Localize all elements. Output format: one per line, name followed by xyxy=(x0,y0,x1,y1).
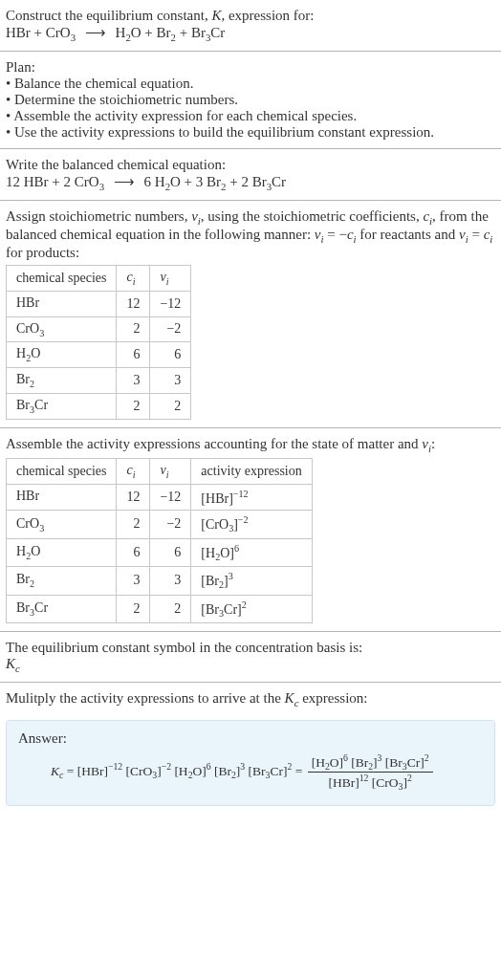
rhs-c: + Br xyxy=(176,25,206,40)
balanced-equation: 12 HBr + 2 CrO3 ⟶ 6 H2O + 3 Br2 + 2 Br3C… xyxy=(6,173,495,192)
sp-sub: 2 xyxy=(30,578,34,589)
sp: H xyxy=(16,346,26,360)
page: Construct the equilibrium constant, K, e… xyxy=(0,0,501,806)
sp-b: O xyxy=(31,346,40,360)
ans-t4: [Br xyxy=(214,764,231,778)
ae: [Br xyxy=(201,601,219,616)
bal-rhs-c: + 2 Br xyxy=(226,174,266,189)
ans-kc: K xyxy=(51,764,59,778)
ans-t5: [Br xyxy=(249,764,266,778)
cell-nui: −2 xyxy=(150,511,191,538)
bal-rhs-a: 6 H xyxy=(144,174,165,189)
multiply-block: Mulitply the activity expressions to arr… xyxy=(0,683,501,716)
assemble-nu: ν xyxy=(422,436,428,451)
table-row: Br3Cr22[Br3Cr]2 xyxy=(7,595,313,622)
table-header-row: chemical species ci νi activity expressi… xyxy=(7,458,313,484)
cell-nui: 2 xyxy=(150,393,191,419)
ci-sub: i xyxy=(133,276,136,287)
cell-ci: 2 xyxy=(117,316,150,342)
sp: HBr xyxy=(16,295,39,310)
cell-ci: 6 xyxy=(117,538,150,566)
table-row: HBr12−12[HBr]−12 xyxy=(7,484,313,511)
sp: CrO xyxy=(16,321,39,336)
plan-block: Plan: • Balance the chemical equation. •… xyxy=(0,52,501,148)
bal-lhs-sub: 3 xyxy=(99,181,104,192)
col-nui: νi xyxy=(150,266,191,292)
plan-bullet: • Determine the stoichiometric numbers. xyxy=(6,92,495,108)
eq-lhs-sub: 3 xyxy=(71,32,76,43)
col-nui: νi xyxy=(150,458,191,484)
cell-nui: 2 xyxy=(150,595,191,622)
plan-bullet: • Assemble the activity expression for e… xyxy=(6,108,495,124)
ae: [Br xyxy=(201,574,219,588)
ae-sup: 6 xyxy=(234,543,239,554)
cell-species: HBr xyxy=(7,484,117,511)
symbol-block: The equilibrium constant symbol in the c… xyxy=(0,632,501,682)
col-ci: ci xyxy=(117,266,150,292)
cell-activity: [CrO3]−2 xyxy=(191,511,312,538)
eq-rhs: H2O + Br2 + Br3Cr xyxy=(116,25,226,40)
den-a: [HBr] xyxy=(328,775,359,790)
rel-eq2: = xyxy=(468,227,484,242)
balance-block: Write the balanced chemical equation: 12… xyxy=(0,149,501,200)
balance-title: Write the balanced chemical equation: xyxy=(6,157,495,173)
ae: [H xyxy=(201,545,215,559)
ans-t1: [HBr] xyxy=(77,764,108,778)
sp-b: Cr xyxy=(34,398,48,412)
cell-activity: [Br3Cr]2 xyxy=(191,595,312,622)
kc-sub: c xyxy=(15,663,20,674)
fraction-numerator: [H2O]6 [Br2]3 [Br3Cr]2 xyxy=(308,752,433,773)
intro-k: K xyxy=(211,8,221,23)
table-row: Br3Cr22 xyxy=(7,393,191,419)
num-c-sup: 2 xyxy=(425,752,429,763)
plan-title: Plan: xyxy=(6,59,495,76)
cell-nui: 6 xyxy=(150,342,191,368)
assign-block: Assign stoichiometric numbers, νi, using… xyxy=(0,201,501,427)
cell-species: H2O xyxy=(7,538,117,566)
num-b: [Br xyxy=(348,755,368,770)
table-header-row: chemical species ci νi xyxy=(7,266,191,292)
assign-d: for reactants and xyxy=(357,227,459,242)
intro-text2: , expression for: xyxy=(221,8,314,23)
den-a-sup: 12 xyxy=(359,773,369,783)
cell-species: HBr xyxy=(7,291,117,316)
assign-nu: ν xyxy=(191,208,198,224)
mul-b: expression: xyxy=(298,690,367,706)
ans-t2: [CrO xyxy=(126,764,153,778)
sp-sub: 3 xyxy=(39,327,44,338)
sp: Br xyxy=(16,398,30,412)
cell-ci: 2 xyxy=(117,393,150,419)
assign-e: for products: xyxy=(6,245,79,260)
cell-activity: [HBr]−12 xyxy=(191,484,312,511)
ae-sup: −12 xyxy=(233,489,249,499)
cell-ci: 2 xyxy=(117,511,150,538)
intro-block: Construct the equilibrium constant, K, e… xyxy=(0,0,501,51)
ans-t3b: O] xyxy=(192,764,206,778)
cell-ci: 12 xyxy=(117,484,150,511)
ans-t3: [H xyxy=(174,764,187,778)
cell-species: H2O xyxy=(7,342,117,368)
cell-nui: −12 xyxy=(150,484,191,511)
sp: HBr xyxy=(16,489,39,503)
sp: Br xyxy=(16,372,30,386)
bal-rhs-b: O + 3 Br xyxy=(170,174,221,189)
arrow-icon: ⟶ xyxy=(79,25,112,40)
assemble-a: Assemble the activity expressions accoun… xyxy=(6,436,422,451)
symbol-line: The equilibrium constant symbol in the c… xyxy=(6,640,495,656)
rel-c2-sub: i xyxy=(490,233,492,245)
cell-nui: 3 xyxy=(150,567,191,595)
col-activity: activity expression xyxy=(191,458,312,484)
rel-nu2: ν xyxy=(459,227,466,242)
ae-b: O] xyxy=(220,545,234,559)
answer-label: Answer: xyxy=(18,730,483,747)
num-a2: O] xyxy=(330,755,343,770)
rhs-b: O + Br xyxy=(131,25,171,40)
bal-rhs-d: Cr xyxy=(272,174,286,189)
sp: Br xyxy=(16,600,30,615)
rel-c: c xyxy=(347,227,354,242)
ans-eq1: = xyxy=(63,764,76,778)
den-b: [CrO xyxy=(368,775,398,790)
table-row: CrO32−2 xyxy=(7,316,191,342)
sp: H xyxy=(16,544,26,558)
rhs-a: H xyxy=(116,25,126,40)
